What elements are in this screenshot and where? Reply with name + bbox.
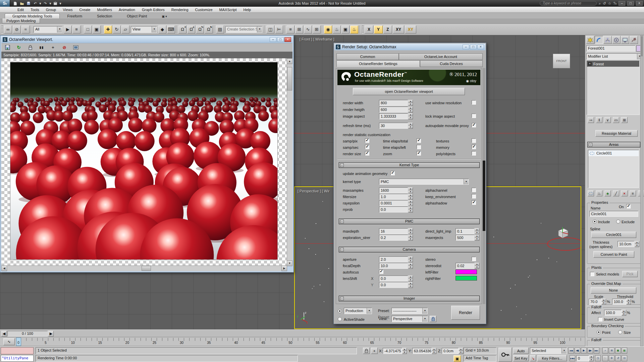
octane-focus-pick-icon[interactable]: ⌖ [50, 44, 56, 51]
bind-to-space-warp-icon[interactable]: ≈ [21, 25, 30, 34]
reassign-material-button[interactable]: Reassign Material [595, 130, 638, 137]
window-crossing-icon[interactable]: ▣ [93, 25, 101, 34]
next-frame-icon[interactable]: ▮▶ [587, 348, 593, 354]
key-mode-toggle-icon[interactable]: ▮◀▶▮ [570, 355, 575, 361]
modifier-stack-item-forest[interactable]: +Forest [587, 61, 639, 67]
convert-to-paint-button[interactable]: Convert to Paint [593, 251, 634, 258]
maximize-viewport-icon[interactable]: ⊡ [622, 355, 627, 361]
leftfilter-swatch[interactable] [455, 269, 477, 274]
filtersize-spinner[interactable]: ▲▼ [408, 194, 413, 200]
time-slider-value[interactable]: 0 / 100 [7, 331, 48, 337]
autofocus-checkbox[interactable] [379, 269, 383, 274]
undo-dropdown-icon[interactable]: ▾ [39, 1, 42, 6]
tab-utilities-icon[interactable] [630, 36, 638, 44]
spline-button[interactable]: Circle001 [591, 232, 636, 238]
select-by-name-icon[interactable]: ≡ [72, 25, 80, 34]
show-end-result-icon[interactable]: ‖ [596, 117, 602, 123]
current-frame-field[interactable]: 0 [576, 355, 589, 361]
scale-field[interactable]: 70.0 [589, 299, 601, 305]
rightfilter-swatch[interactable] [455, 276, 477, 281]
percent-snap-icon[interactable]: Ω% [196, 25, 204, 34]
add-object-area-icon[interactable]: ♨ [596, 190, 602, 196]
zoom-all-icon[interactable]: ⊞ [609, 348, 614, 354]
modifier-stack[interactable]: +Forest [587, 61, 640, 115]
search-input[interactable]: Type a keyword or phrase [540, 1, 597, 6]
select-object-icon[interactable]: ▶ [64, 25, 72, 34]
tab-modify-icon[interactable] [595, 36, 603, 44]
camera-rollout[interactable]: -Camera [339, 247, 480, 252]
redo-icon[interactable]: ↷ [42, 1, 48, 6]
menu-modifiers[interactable]: Modifiers [94, 8, 115, 12]
rrprob-field[interactable]: 0.0 [379, 206, 408, 213]
key-pen-icon[interactable]: ↘ [530, 355, 536, 361]
axis-constraint-xy-button[interactable]: XY [393, 25, 404, 34]
maxsamples-field[interactable]: 1600 [379, 187, 408, 193]
samp-sec-checkbox[interactable] [365, 145, 369, 149]
image-aspect-field[interactable]: 1.333333 [379, 113, 408, 119]
edit-named-selection-sets-icon[interactable]: ▤ [216, 25, 224, 34]
stereodist-field[interactable]: 0.02 [455, 263, 474, 269]
menu-customize[interactable]: Customize [192, 8, 216, 12]
selection-lock-icon[interactable] [363, 348, 370, 354]
auto-key-button[interactable]: Auto Key [513, 348, 529, 354]
point-radio[interactable] [597, 330, 601, 334]
rayepsilon-spinner[interactable]: ▲▼ [408, 200, 413, 206]
distribution-cube-object[interactable] [556, 227, 569, 239]
next-frame-arrow[interactable]: ▶ [48, 331, 54, 337]
toolbar-grip[interactable] [1, 25, 3, 34]
areas-rollout[interactable]: -Areas [587, 142, 640, 147]
previous-frame-icon[interactable]: ◀▮ [575, 348, 580, 354]
undo-icon[interactable]: ↶ [32, 1, 38, 6]
menu-rendering[interactable]: Rendering [168, 8, 192, 12]
new-scene-icon[interactable] [12, 1, 18, 6]
offset-mode-cube-icon[interactable]: ▣ [453, 355, 461, 362]
mini-curve-editor-icon[interactable]: ∿ [3, 338, 15, 345]
direct-light-imp-spinner[interactable]: ▲▼ [475, 228, 479, 234]
select-and-manipulate-icon[interactable]: ⌨ [167, 25, 175, 34]
graphite-ribbon-toggle-icon[interactable]: ⊞ [295, 25, 303, 34]
mirror-icon[interactable]: ◫ [266, 25, 274, 34]
render-height-spinner[interactable]: ▲▼ [408, 107, 413, 113]
panel-scroll-thumb[interactable] [641, 36, 643, 56]
selection-filter-dropdown[interactable]: All▾ [34, 26, 62, 33]
tab-hierarchy-icon[interactable] [603, 36, 612, 44]
ribbon-tab-object-paint[interactable]: Object Paint [119, 14, 154, 18]
scroll-right-icon[interactable]: ▶ [281, 265, 287, 271]
preset-dropdown[interactable]: -------------------▾ [391, 308, 428, 314]
project-toolbar-icon[interactable] [52, 1, 58, 6]
zoom-extents-icon[interactable]: ▣ [615, 348, 621, 354]
textures-checkbox[interactable] [472, 138, 476, 143]
octane-minimize-button[interactable]: – [270, 37, 276, 42]
dialog-restore-button[interactable]: □ [470, 45, 477, 49]
octane-pause-icon[interactable]: ▮▮ [38, 44, 45, 51]
open-file-icon[interactable] [19, 1, 25, 6]
z-spinner[interactable]: ▲▼ [459, 348, 463, 354]
imager-rollout[interactable]: -Imager [339, 296, 480, 301]
maxscript-mini-listener-pink[interactable] [1, 347, 34, 354]
affect-field[interactable]: 100.0 [604, 310, 622, 316]
horizontal-scroll-thumb[interactable] [142, 266, 151, 271]
area-item-circle001[interactable]: Circle001 [588, 150, 639, 156]
stereo-checkbox[interactable] [472, 257, 476, 261]
area-list-icon[interactable]: ≡ [630, 190, 636, 196]
scroll-down-icon[interactable]: ▼ [287, 260, 292, 266]
autoupdate-proxy-checkbox[interactable] [472, 123, 476, 127]
maxscript-mini-listener[interactable]: "UtilityPane [1, 355, 34, 362]
exploration-field[interactable]: 0.2 [379, 235, 408, 241]
track-bar[interactable]: ∿ 05101520253035404550556065707580859095… [0, 338, 585, 346]
maxrejects-spinner[interactable]: ▲▼ [475, 235, 479, 241]
menu-tools[interactable]: Tools [27, 8, 43, 12]
render-width-spinner[interactable]: ▲▼ [408, 100, 413, 106]
none-map-button[interactable]: None [591, 287, 636, 294]
tab-octanelive-account[interactable]: OctaneLive Account [399, 53, 483, 60]
unlink-selection-icon[interactable]: ⊘ [13, 25, 21, 34]
pan-hand-icon[interactable]: ✣ [609, 355, 614, 361]
focaldepth-field[interactable]: 10.0 [379, 263, 408, 269]
lensshift-y-field[interactable]: 0.0 [379, 282, 408, 288]
ribbon-tab-selection[interactable]: Selection [90, 14, 119, 18]
ribbon-panel-polygon-modeling[interactable]: Polygon Modeling [2, 18, 40, 23]
name-field[interactable]: Circle001 [589, 211, 638, 217]
search-icon[interactable]: ⌕ [599, 1, 601, 6]
circle001-spline[interactable] [547, 237, 581, 251]
size-radio[interactable] [618, 330, 622, 334]
